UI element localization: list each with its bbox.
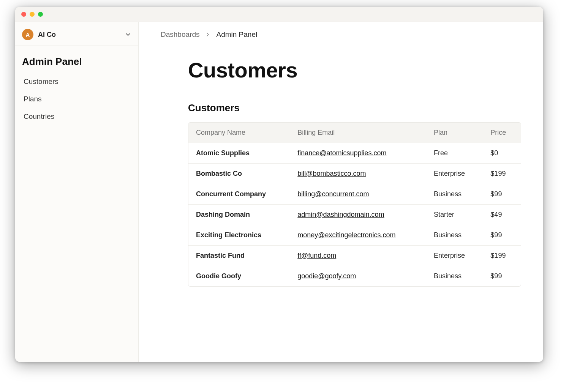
billing-email-link[interactable]: goodie@goofy.com xyxy=(297,272,356,280)
cell-billing-email: goodie@goofy.com xyxy=(290,266,426,286)
billing-email-link[interactable]: billing@concurrent.com xyxy=(297,190,369,198)
page-title: Customers xyxy=(188,58,521,82)
billing-email-link[interactable]: admin@dashingdomain.com xyxy=(297,211,384,218)
cell-plan: Enterprise xyxy=(426,164,483,184)
cell-plan: Business xyxy=(426,225,483,246)
cell-company-name: Concurrent Company xyxy=(188,184,290,205)
cell-plan: Business xyxy=(426,266,483,286)
workspace-name: AI Co xyxy=(38,31,120,39)
cell-company-name: Bombastic Co xyxy=(188,164,290,184)
cell-billing-email: ff@fund.com xyxy=(290,246,426,266)
cell-plan: Free xyxy=(426,143,483,164)
window-titlebar xyxy=(15,7,543,22)
main-pane: Dashboards Admin Panel Customers Custome… xyxy=(139,22,543,362)
cell-company-name: Atomic Supplies xyxy=(188,143,290,164)
billing-email-link[interactable]: finance@atomicsupplies.com xyxy=(297,149,386,157)
window-close-button[interactable] xyxy=(21,12,26,17)
app-body: A AI Co Admin Panel Customers Plans Coun… xyxy=(15,22,543,362)
window-zoom-button[interactable] xyxy=(38,12,43,17)
column-company-name[interactable]: Company Name xyxy=(188,123,290,143)
page-content: Customers Customers Company Name Billing… xyxy=(139,46,543,287)
workspace-switcher[interactable]: A AI Co xyxy=(15,26,138,46)
cell-plan: Enterprise xyxy=(426,246,483,266)
cell-price: $49 xyxy=(483,205,521,225)
cell-price: $99 xyxy=(483,184,521,205)
table-row[interactable]: Dashing Domainadmin@dashingdomain.comSta… xyxy=(188,205,521,225)
column-billing-email[interactable]: Billing Email xyxy=(290,123,426,143)
cell-billing-email: money@excitingelectronics.com xyxy=(290,225,426,246)
workspace-avatar: A xyxy=(22,29,33,40)
chevron-down-icon xyxy=(125,31,131,38)
table-row[interactable]: Goodie Goofygoodie@goofy.comBusiness$99 xyxy=(188,266,521,286)
cell-price: $199 xyxy=(483,246,521,266)
cell-price: $0 xyxy=(483,143,521,164)
table-row[interactable]: Exciting Electronicsmoney@excitingelectr… xyxy=(188,225,521,246)
cell-company-name: Goodie Goofy xyxy=(188,266,290,286)
cell-company-name: Dashing Domain xyxy=(188,205,290,225)
breadcrumb-current[interactable]: Admin Panel xyxy=(216,30,257,39)
column-plan[interactable]: Plan xyxy=(426,123,483,143)
billing-email-link[interactable]: bill@bombasticco.com xyxy=(297,170,366,177)
billing-email-link[interactable]: ff@fund.com xyxy=(297,252,336,259)
cell-price: $199 xyxy=(483,164,521,184)
sidebar-item-plans[interactable]: Plans xyxy=(19,90,134,108)
table-row[interactable]: Fantastic Fundff@fund.comEnterprise$199 xyxy=(188,246,521,266)
table-header-row: Company Name Billing Email Plan Price xyxy=(188,123,521,143)
cell-price: $99 xyxy=(483,266,521,286)
cell-price: $99 xyxy=(483,225,521,246)
sidebar-item-customers[interactable]: Customers xyxy=(19,73,134,90)
cell-billing-email: admin@dashingdomain.com xyxy=(290,205,426,225)
cell-company-name: Fantastic Fund xyxy=(188,246,290,266)
section-title: Customers xyxy=(188,102,521,114)
chevron-right-icon xyxy=(205,32,211,38)
cell-billing-email: bill@bombasticco.com xyxy=(290,164,426,184)
cell-billing-email: finance@atomicsupplies.com xyxy=(290,143,426,164)
breadcrumb: Dashboards Admin Panel xyxy=(139,22,543,46)
table-row[interactable]: Concurrent Companybilling@concurrent.com… xyxy=(188,184,521,205)
sidebar-nav: Customers Plans Countries xyxy=(15,73,138,125)
customers-table: Company Name Billing Email Plan Price At… xyxy=(188,122,521,287)
breadcrumb-root[interactable]: Dashboards xyxy=(161,30,199,39)
sidebar-item-countries[interactable]: Countries xyxy=(19,108,134,125)
sidebar: A AI Co Admin Panel Customers Plans Coun… xyxy=(15,22,139,362)
cell-billing-email: billing@concurrent.com xyxy=(290,184,426,205)
window-minimize-button[interactable] xyxy=(30,12,35,17)
column-price[interactable]: Price xyxy=(483,123,521,143)
cell-company-name: Exciting Electronics xyxy=(188,225,290,246)
cell-plan: Starter xyxy=(426,205,483,225)
sidebar-title: Admin Panel xyxy=(15,46,138,73)
cell-plan: Business xyxy=(426,184,483,205)
table-row[interactable]: Bombastic Cobill@bombasticco.comEnterpri… xyxy=(188,164,521,184)
app-window: A AI Co Admin Panel Customers Plans Coun… xyxy=(15,7,543,362)
billing-email-link[interactable]: money@excitingelectronics.com xyxy=(297,231,395,239)
table-row[interactable]: Atomic Suppliesfinance@atomicsupplies.co… xyxy=(188,143,521,164)
